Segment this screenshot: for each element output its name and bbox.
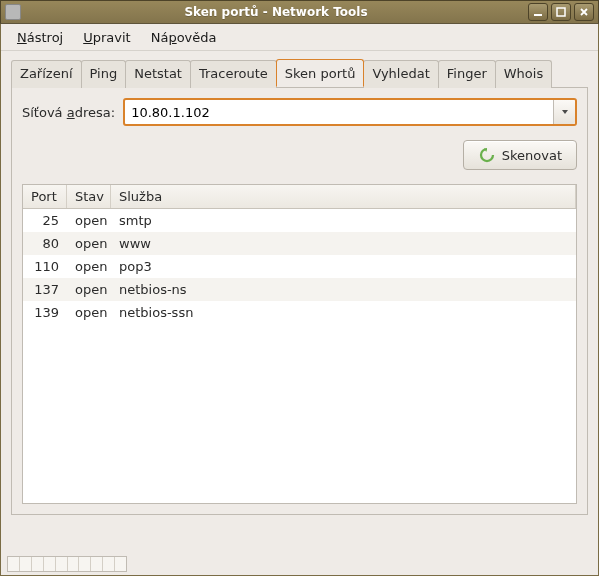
cell-sluzba: www [111,236,576,251]
cell-sluzba: smtp [111,213,576,228]
titlebar: Sken portů - Network Tools [0,0,599,24]
menu-upravit[interactable]: Upravit [73,27,140,48]
tab-ping[interactable]: Ping [81,60,127,88]
content: Zařízení Ping Netstat Traceroute Sken po… [1,51,598,523]
address-label: Síťová adresa: [22,105,115,120]
menubar: Nástroj Upravit Nápověda [1,24,598,51]
status-progress [7,556,127,572]
tabs: Zařízení Ping Netstat Traceroute Sken po… [11,59,588,88]
results-table: Port Stav Služba 25opensmtp80openwww110o… [22,184,577,504]
col-stav[interactable]: Stav [67,185,111,208]
tab-traceroute[interactable]: Traceroute [190,60,277,88]
tab-netstat[interactable]: Netstat [125,60,191,88]
col-port[interactable]: Port [23,185,67,208]
close-button[interactable] [574,3,594,21]
table-body[interactable]: 25opensmtp80openwww110openpop3137opennet… [23,209,576,503]
app-icon [5,4,21,20]
cell-stav: open [67,213,111,228]
tab-body: Síťová adresa: Skenovat Port Stav [11,88,588,515]
maximize-button[interactable] [551,3,571,21]
cell-port: 137 [23,282,67,297]
cell-sluzba: pop3 [111,259,576,274]
table-row[interactable]: 139opennetbios-ssn [23,301,576,324]
address-input[interactable] [125,100,553,124]
address-combo [123,98,577,126]
tab-finger[interactable]: Finger [438,60,496,88]
button-row: Skenovat [22,140,577,170]
scan-button[interactable]: Skenovat [463,140,577,170]
minimize-button[interactable] [528,3,548,21]
window-title: Sken portů - Network Tools [27,5,525,19]
tab-sken-portu[interactable]: Sken portů [276,59,365,87]
cell-port: 80 [23,236,67,251]
cell-port: 110 [23,259,67,274]
chevron-down-icon [561,108,569,116]
address-dropdown-button[interactable] [553,100,575,124]
cell-sluzba: netbios-ns [111,282,576,297]
menu-nastroj[interactable]: Nástroj [7,27,73,48]
table-row[interactable]: 25opensmtp [23,209,576,232]
tab-whois[interactable]: Whois [495,60,552,88]
svg-rect-1 [557,8,565,16]
tab-zarizeni[interactable]: Zařízení [11,60,82,88]
scan-button-label: Skenovat [502,148,562,163]
cell-port: 25 [23,213,67,228]
table-row[interactable]: 137opennetbios-ns [23,278,576,301]
table-row[interactable]: 110openpop3 [23,255,576,278]
cell-stav: open [67,282,111,297]
col-sluzba[interactable]: Služba [111,185,576,208]
table-header: Port Stav Služba [23,185,576,209]
svg-rect-0 [534,14,542,16]
cell-stav: open [67,305,111,320]
address-row: Síťová adresa: [22,98,577,126]
cell-stav: open [67,259,111,274]
tab-vyhledat[interactable]: Vyhledat [363,60,438,88]
cell-stav: open [67,236,111,251]
refresh-icon [478,146,496,164]
menu-napoveda[interactable]: Nápověda [141,27,227,48]
cell-sluzba: netbios-ssn [111,305,576,320]
table-row[interactable]: 80openwww [23,232,576,255]
cell-port: 139 [23,305,67,320]
